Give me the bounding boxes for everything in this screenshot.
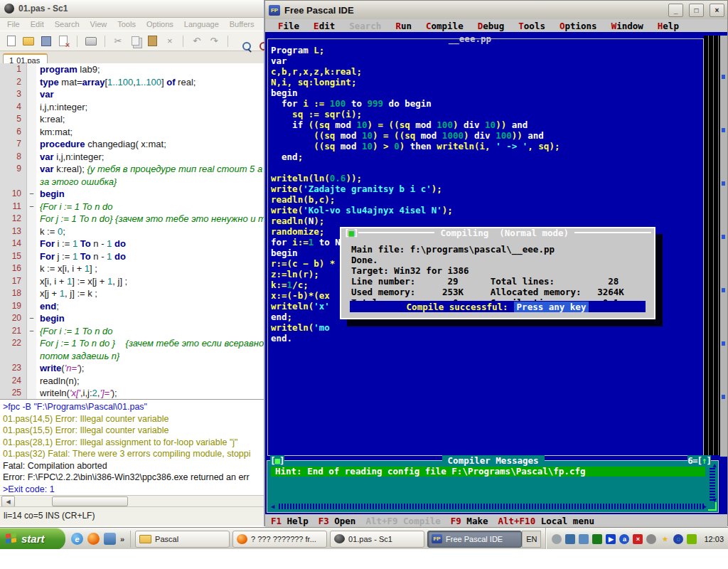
statusbar-make[interactable]: F9 Make (451, 516, 488, 526)
volume-icon[interactable] (552, 534, 562, 544)
line-number (0, 176, 27, 188)
paste-icon[interactable] (147, 35, 158, 48)
fp-menu-options[interactable]: Options (552, 21, 604, 31)
replace-icon[interactable] (253, 35, 264, 48)
menu-search[interactable]: Search (55, 20, 80, 28)
scroll-right-icon[interactable]: ▶ (703, 504, 707, 510)
fp-code-line: for i := 100 to 999 do begin (271, 98, 697, 109)
menu-buffers[interactable]: Buffers (230, 20, 255, 28)
redo-icon[interactable]: ↷ (208, 35, 219, 48)
code-editor[interactable]: 1program lab9;2type mat=array[1..100,1..… (0, 63, 264, 399)
fp-statusbar: F1 HelpF3 OpenAlt+F9 CompileF9 MakeAlt+F… (265, 514, 727, 527)
output-line: 01.pas(14,5) Error: Illegal counter vari… (3, 413, 264, 425)
line-number: 22 (0, 337, 27, 350)
fold-marker[interactable]: − (27, 201, 36, 213)
minimize-button[interactable]: _ (668, 4, 683, 17)
task-buttons: Pascal? ??? ??????? fr...01.pas - Sc1FPF… (131, 531, 522, 548)
menu-edit[interactable]: Edit (31, 20, 44, 28)
menu-file[interactable]: File (7, 20, 20, 28)
language-indicator[interactable]: EN (522, 531, 541, 548)
cut-icon[interactable]: ✂ (112, 35, 123, 48)
save-icon[interactable] (41, 35, 51, 48)
taskbar-button-fp-ide[interactable]: FPFree Pascal IDE (427, 531, 522, 548)
horizontal-scrollbar[interactable]: ◀ (0, 495, 264, 507)
close-file-icon[interactable] (58, 35, 68, 48)
fp-titlebar[interactable]: FP Free Pascal IDE _ □ × (265, 1, 727, 19)
dialog-text-line: Used memory: 253K Allocated memory: 3264… (351, 287, 650, 297)
compiler-hint-line[interactable]: Hint: End of reading config file F:\Prog… (271, 467, 705, 477)
x-red-icon[interactable]: × (633, 534, 643, 544)
internet-explorer-icon[interactable]: e (71, 533, 83, 545)
open-icon[interactable] (23, 35, 34, 48)
left-window-titlebar[interactable]: 01.pas - Sc1 (0, 0, 264, 18)
messages-close-icon[interactable]: [■] (270, 455, 284, 466)
scrollbar-thumb[interactable] (52, 496, 128, 506)
scroll-up-icon[interactable]: ▲ (713, 462, 717, 469)
taskbar-button-pascal-folder[interactable]: Pascal (135, 531, 230, 548)
new-icon[interactable] (6, 35, 16, 48)
shortcut-icon[interactable] (104, 533, 116, 545)
wand-icon[interactable]: ★ (660, 534, 670, 544)
media-play-icon[interactable]: ▶ (606, 534, 616, 544)
maximize-button[interactable]: □ (689, 4, 704, 17)
messages-zoom-icon[interactable]: 6=[↑] (687, 455, 711, 466)
start-button[interactable]: start (0, 528, 65, 550)
fp-code-line: if ((sq mod 10) = ((sq mod 100) div 10))… (271, 119, 697, 130)
menu-view[interactable]: View (90, 20, 107, 28)
menu-tools[interactable]: Tools (117, 20, 136, 28)
grid-green-icon[interactable] (592, 534, 602, 544)
copy-icon[interactable] (130, 35, 141, 48)
fp-menu-tools[interactable]: Tools (511, 21, 552, 31)
code-line: 1program lab9; (0, 63, 264, 76)
firefox-icon[interactable] (87, 533, 100, 545)
menu-options[interactable]: Options (146, 20, 173, 28)
network-2-icon[interactable] (579, 534, 589, 544)
a-circle-icon[interactable]: a (619, 534, 629, 544)
fold-marker[interactable]: − (27, 312, 36, 325)
code-line: 5k:real; (0, 113, 264, 126)
fp-menu-window[interactable]: Window (604, 21, 651, 31)
scroll-left-icon[interactable]: ◀ (1, 496, 15, 507)
messages-hscrollbar[interactable] (279, 504, 705, 509)
undo-icon[interactable]: ↶ (191, 35, 202, 48)
fp-editor-title[interactable]: __eee.pp (444, 33, 496, 44)
dialog-close-icon[interactable]: [■] (344, 228, 358, 238)
delete-icon[interactable]: × (164, 35, 175, 48)
close-button[interactable]: × (710, 4, 724, 17)
disc-blue-icon[interactable]: ◌ (673, 534, 683, 544)
fp-menu-file[interactable]: File (271, 21, 306, 31)
fp-menubar: FileEditSearchRunCompileDebugToolsOption… (265, 19, 727, 32)
fp-menu-search[interactable]: Search (342, 21, 388, 31)
statusbar-compile[interactable]: Alt+F9 Compile (365, 516, 440, 526)
statusbar-open[interactable]: F3 Open (318, 516, 356, 526)
line-number: 7 (0, 138, 27, 151)
sphere-gray-icon[interactable] (646, 534, 656, 544)
fold-marker (27, 350, 36, 363)
nvidia-icon[interactable] (687, 534, 697, 544)
fp-code-line: Program L; (271, 45, 697, 55)
compiler-output-panel[interactable]: >fpc -B "F:\Programs\Pascal\01.pas"01.pa… (0, 399, 264, 495)
chevron-icon[interactable]: » (120, 533, 124, 545)
scroll-left-icon[interactable]: ◀ (271, 504, 274, 510)
fp-code-line: end; (271, 151, 697, 162)
statusbar-help[interactable]: F1 Help (271, 516, 309, 526)
taskbar-button-firefox-page[interactable]: ? ??? ??????? fr... (232, 531, 327, 548)
fp-menu-run[interactable]: Run (388, 21, 419, 31)
network-1-icon[interactable] (565, 534, 575, 544)
taskbar-button-pas-editor[interactable]: 01.pas - Sc1 (330, 531, 424, 548)
menu-language[interactable]: Language (184, 20, 219, 28)
fp-menu-compile[interactable]: Compile (419, 21, 471, 31)
fold-marker[interactable]: − (27, 188, 36, 201)
folder-icon (139, 535, 151, 543)
statusbar-local-menu[interactable]: Alt+F10 Local menu (498, 516, 594, 526)
fold-marker (27, 126, 36, 139)
fold-marker (27, 300, 36, 313)
fp-code-line: N,i, sq:longint; (271, 77, 697, 87)
fp-menu-edit[interactable]: Edit (306, 21, 342, 31)
fp-menu-help[interactable]: Help (651, 21, 686, 31)
fp-menu-debug[interactable]: Debug (471, 21, 512, 31)
resize-corner[interactable] (708, 502, 717, 511)
find-icon[interactable] (235, 35, 246, 48)
print-icon[interactable] (85, 35, 97, 48)
fold-marker[interactable]: − (27, 325, 36, 338)
